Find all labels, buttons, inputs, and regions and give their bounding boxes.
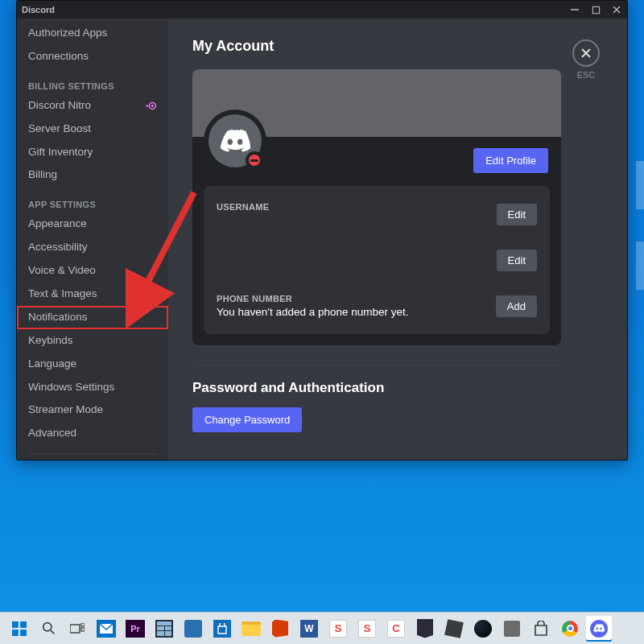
svg-rect-15: [70, 625, 80, 633]
taskbar-mail[interactable]: [93, 616, 119, 642]
taskbar-calculator[interactable]: [151, 616, 177, 642]
taskbar-roblox[interactable]: [441, 616, 467, 642]
taskbar-discord[interactable]: [586, 616, 612, 642]
taskbar-store[interactable]: [209, 616, 235, 642]
sidebar-item-label: Notifications: [28, 310, 88, 325]
section-divider: [192, 365, 561, 365]
sidebar-header-billing: BILLING SETTINGS: [17, 68, 168, 94]
taskbar-epic[interactable]: [412, 616, 438, 642]
sidebar-item-label: Appearance: [28, 217, 87, 232]
close-icon: [572, 39, 600, 67]
phone-text: You haven't added a phone number yet.: [217, 306, 409, 318]
discord-window: Discord Authorized Apps Connections BILL…: [16, 0, 628, 460]
titlebar: Discord: [17, 1, 627, 19]
sidebar-item-label: Text & Images: [28, 287, 97, 302]
sidebar-item-label: Connections: [28, 49, 89, 64]
change-password-button[interactable]: Change Password: [192, 407, 302, 432]
sidebar-item-label: Accessibility: [28, 240, 88, 255]
edit-profile-button[interactable]: Edit Profile: [473, 148, 548, 173]
close-button[interactable]: [611, 4, 622, 15]
sidebar-item-text-images[interactable]: Text & Images: [17, 283, 168, 306]
account-card: Edit Profile USERNAME Edit Edit: [192, 69, 561, 345]
window-title: Discord: [22, 5, 55, 14]
sidebar-item-label: Streamer Mode: [28, 402, 103, 418]
sidebar-item-advanced[interactable]: Advanced: [17, 422, 168, 445]
sidebar-item-streamer-mode[interactable]: Streamer Mode: [17, 398, 168, 422]
taskbar-word[interactable]: W: [296, 616, 322, 642]
sidebar-item-windows-settings[interactable]: Windows Settings: [17, 376, 168, 399]
dnd-status-icon: [246, 151, 263, 169]
svg-rect-10: [20, 621, 27, 628]
taskbar-tool[interactable]: [499, 616, 525, 642]
sidebar-item-accessibility[interactable]: Accessibility: [17, 236, 168, 259]
maximize-button[interactable]: [590, 4, 601, 15]
windows-taskbar: Pr W S S C: [0, 612, 644, 644]
taskbar-camtasia[interactable]: C: [383, 616, 409, 642]
window-controls: [569, 4, 622, 15]
sidebar-item-label: Authorized Apps: [28, 26, 107, 41]
taskbar-chrome[interactable]: [557, 616, 583, 642]
phone-row: PHONE NUMBER You haven't added a phone n…: [217, 289, 537, 323]
sidebar-item-connections[interactable]: Connections: [17, 45, 168, 68]
taskbar-shopping[interactable]: [528, 616, 554, 642]
sidebar-item-label: Windows Settings: [28, 380, 114, 395]
sidebar-item-appearance[interactable]: Appearance: [17, 213, 168, 236]
taskbar-premiere[interactable]: Pr: [122, 616, 148, 642]
svg-point-5: [151, 105, 153, 107]
esc-label: ESC: [577, 70, 596, 80]
sidebar-header-app: APP SETTINGS: [17, 187, 168, 213]
email-row: Edit: [217, 243, 537, 276]
taskbar-paint[interactable]: [180, 616, 206, 642]
settings-sidebar: Authorized Apps Connections BILLING SETT…: [17, 19, 168, 460]
sidebar-item-authorized-apps[interactable]: Authorized Apps: [17, 22, 168, 45]
taskbar-snagit-editor[interactable]: S: [354, 616, 380, 642]
sidebar-item-label: Advanced: [28, 426, 76, 441]
taskbar-office[interactable]: [267, 616, 293, 642]
sidebar-item-keybinds[interactable]: Keybinds: [17, 329, 168, 353]
sidebar-separator: [28, 453, 157, 454]
edit-username-button[interactable]: Edit: [497, 204, 537, 225]
task-view-button[interactable]: [64, 616, 90, 642]
username-label: USERNAME: [217, 202, 269, 212]
svg-rect-16: [81, 623, 85, 626]
nitro-icon: [144, 99, 157, 112]
close-settings-button[interactable]: ESC: [572, 39, 600, 80]
sidebar-item-label: Discord Nitro: [28, 98, 91, 114]
sidebar-item-notifications[interactable]: Notifications: [17, 306, 168, 329]
sidebar-item-discord-nitro[interactable]: Discord Nitro: [17, 94, 168, 118]
account-fields: USERNAME Edit Edit PHONE NUMBER You have…: [204, 186, 550, 334]
add-phone-button[interactable]: Add: [496, 295, 537, 317]
page-title: My Account: [192, 38, 597, 55]
sidebar-item-language[interactable]: Language: [17, 353, 168, 376]
phone-label: PHONE NUMBER: [217, 294, 409, 303]
sidebar-item-label: Billing: [28, 167, 57, 183]
svg-rect-12: [20, 630, 27, 636]
sidebar-item-label: Language: [28, 357, 76, 372]
edit-email-button[interactable]: Edit: [497, 250, 537, 271]
sidebar-item-label: Server Boost: [28, 122, 91, 137]
taskbar-snagit[interactable]: S: [325, 616, 351, 642]
sidebar-item-gift-inventory[interactable]: Gift Inventory: [17, 141, 168, 164]
sidebar-item-voice-video[interactable]: Voice & Video: [17, 259, 168, 283]
svg-rect-1: [592, 6, 599, 13]
card-header: Edit Profile: [192, 137, 561, 186]
password-section-title: Password and Authentication: [192, 380, 597, 396]
start-button[interactable]: [6, 616, 32, 642]
sidebar-item-label: Voice & Video: [28, 263, 96, 279]
username-row: USERNAME Edit: [217, 197, 537, 230]
settings-content: ESC My Account Edit Profile: [168, 19, 627, 460]
desktop-edge-decor: [636, 161, 644, 370]
taskbar-steam[interactable]: [470, 616, 496, 642]
sidebar-item-billing[interactable]: Billing: [17, 163, 168, 187]
minimize-button[interactable]: [569, 4, 580, 15]
svg-rect-17: [81, 628, 85, 631]
svg-rect-9: [12, 621, 19, 628]
search-button[interactable]: [35, 616, 61, 642]
sidebar-item-server-boost[interactable]: Server Boost: [17, 118, 168, 141]
sidebar-item-label: Gift Inventory: [28, 145, 93, 160]
taskbar-explorer[interactable]: [238, 616, 264, 642]
discord-logo-icon: [220, 129, 250, 153]
sidebar-item-label: Keybinds: [28, 333, 73, 349]
avatar[interactable]: [204, 109, 266, 172]
svg-rect-11: [12, 630, 19, 636]
